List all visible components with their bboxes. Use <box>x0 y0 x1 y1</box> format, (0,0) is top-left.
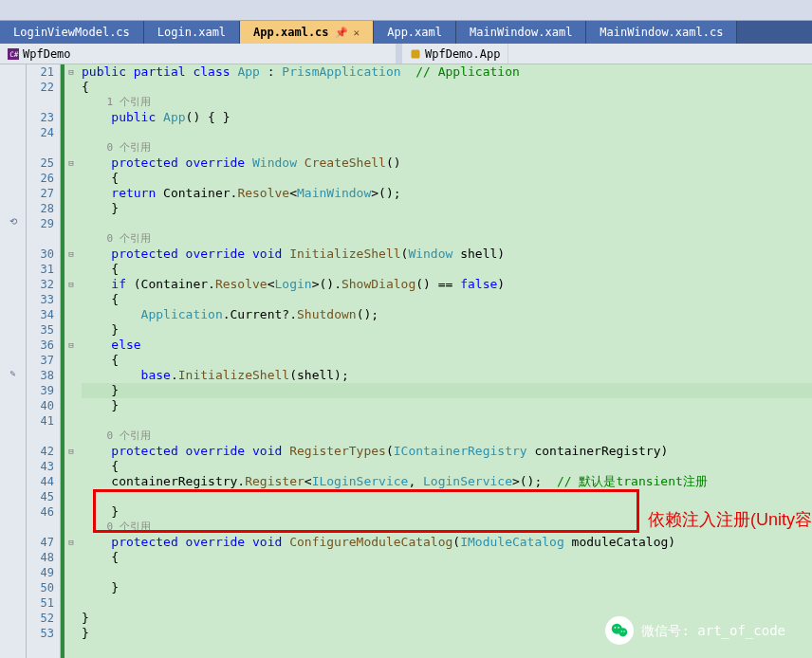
svg-point-7 <box>621 631 622 631</box>
svg-text:C#: C# <box>9 50 19 59</box>
indicator-margin: ⟲ ✎ <box>0 64 27 658</box>
code-editor: ⟲ ✎ 212223242526272829303132333435363738… <box>0 64 812 658</box>
class-icon <box>410 48 421 60</box>
svg-rect-2 <box>412 49 420 58</box>
breadcrumb: C# WpfDemo WpfDemo.App <box>0 44 812 64</box>
tab-mainwindowxaml[interactable]: MainWindow.xaml <box>456 21 586 44</box>
svg-point-8 <box>624 631 625 631</box>
breadcrumb-project[interactable]: C# WpfDemo <box>0 44 397 64</box>
top-toolbar <box>0 0 812 21</box>
tab-loginviewmodel[interactable]: LoginViewModel.cs <box>0 21 144 44</box>
breadcrumb-class[interactable]: WpfDemo.App <box>402 44 508 64</box>
outlining-margin: ⊟⊟⊟⊟⊟⊟⊟ <box>61 64 78 658</box>
close-icon[interactable]: ✕ <box>354 27 360 39</box>
tab-mainwindowxamlcs[interactable]: MainWindow.xaml.cs <box>586 21 737 44</box>
line-number-gutter: 2122232425262728293031323334353637383940… <box>27 64 61 658</box>
wechat-icon <box>605 616 634 645</box>
svg-point-5 <box>615 627 617 629</box>
annotation-text: 依赖注入注册(Unity容器) <box>648 512 812 527</box>
tab-appxaml[interactable]: App.xaml <box>374 21 456 44</box>
highlight-box <box>93 489 639 533</box>
pin-icon[interactable]: 📌 <box>335 27 348 39</box>
code-area[interactable]: public partial class App : PrismApplicat… <box>78 64 812 658</box>
svg-point-6 <box>618 627 620 629</box>
tab-appxamlcs[interactable]: App.xaml.cs 📌 ✕ <box>240 21 374 44</box>
csharp-icon: C# <box>8 48 19 60</box>
svg-point-4 <box>619 628 628 636</box>
document-tabs: LoginViewModel.cs Login.xaml App.xaml.cs… <box>0 21 812 44</box>
tab-loginxaml[interactable]: Login.xaml <box>144 21 240 44</box>
wechat-badge: 微信号: art_of_code <box>605 616 785 645</box>
